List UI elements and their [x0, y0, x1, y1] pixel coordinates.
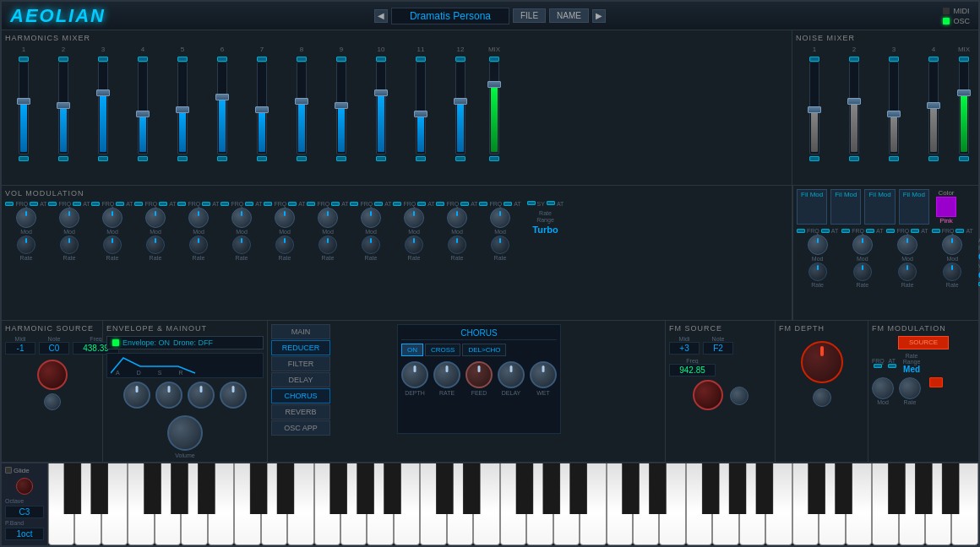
- harm-ch4-handle[interactable]: [136, 111, 150, 117]
- vm-ch7-mod-knob[interactable]: [275, 208, 295, 228]
- white-key[interactable]: [686, 463, 712, 545]
- noise-ch1-handle[interactable]: [808, 106, 821, 113]
- harm-ch3-bot-btn[interactable]: [98, 156, 108, 161]
- chorus-depth-knob[interactable]: [401, 361, 428, 388]
- vm-ch7-frq-btn[interactable]: [264, 202, 272, 206]
- preset-prev-button[interactable]: ◀: [374, 9, 388, 23]
- white-key[interactable]: [128, 463, 154, 545]
- glide-led[interactable]: [5, 467, 12, 474]
- vm-ch12-rate-knob[interactable]: [491, 236, 509, 254]
- vm-ch7-rate-knob[interactable]: [275, 236, 294, 254]
- noise-ch2-fader[interactable]: [849, 62, 859, 154]
- harm-mix-handle[interactable]: [487, 81, 501, 88]
- noise-vm-ch3-at[interactable]: [911, 229, 919, 233]
- white-key[interactable]: [367, 463, 393, 545]
- white-key[interactable]: [819, 463, 845, 545]
- harm-ch12-handle[interactable]: [454, 98, 467, 105]
- noise-vm-ch2-frq[interactable]: [841, 229, 850, 233]
- noise-vm-ch3-frq[interactable]: [886, 229, 895, 233]
- harm-ch3-fader[interactable]: [98, 62, 108, 154]
- harm-ch4-bot-btn[interactable]: [138, 156, 148, 161]
- white-key[interactable]: [155, 463, 181, 545]
- harm-ch4-fader[interactable]: [138, 62, 148, 154]
- white-key[interactable]: [48, 463, 74, 545]
- fx-osc-app-item[interactable]: OSC APP: [271, 420, 330, 436]
- harm-ch5-handle[interactable]: [176, 106, 189, 113]
- white-key[interactable]: [101, 463, 128, 545]
- vm-ch9-rate-knob[interactable]: [362, 236, 380, 254]
- harm-ch11-fader[interactable]: [416, 62, 426, 154]
- noise-mix-bot[interactable]: [959, 156, 969, 161]
- white-key[interactable]: [553, 463, 580, 545]
- harm-ch12-bot-btn[interactable]: [455, 156, 466, 161]
- harm-ch8-fader[interactable]: [297, 62, 307, 154]
- noise-ch2-bot[interactable]: [849, 156, 859, 161]
- color-swatch[interactable]: [936, 197, 956, 217]
- vm-sy-btn[interactable]: [527, 201, 536, 205]
- fm-at-btn[interactable]: [888, 364, 896, 368]
- vm-ch4-at-btn[interactable]: [159, 202, 167, 206]
- fm-frq-btn[interactable]: [874, 364, 882, 368]
- harm-ch9-bot-btn[interactable]: [336, 156, 346, 161]
- white-key[interactable]: [607, 463, 633, 545]
- fm-small-knob[interactable]: [730, 387, 749, 405]
- noise-vm-ch4-frq[interactable]: [932, 229, 940, 233]
- env-s-knob[interactable]: [188, 382, 215, 409]
- harm-ch9-handle[interactable]: [335, 102, 348, 109]
- chorus-delay-knob[interactable]: [498, 361, 525, 388]
- vm-ch12-at-btn[interactable]: [504, 202, 512, 206]
- white-key[interactable]: [846, 463, 872, 545]
- harm-mix-fader[interactable]: [489, 62, 499, 154]
- vm-ch4-mod-knob[interactable]: [145, 208, 166, 228]
- fx-delay-item[interactable]: DELAY: [271, 372, 330, 387]
- noise-ch4-bot[interactable]: [928, 156, 939, 161]
- noise-vm-ch2-at[interactable]: [866, 229, 874, 233]
- noise-vm-ch4-at[interactable]: [956, 229, 964, 233]
- harm-ch6-fader[interactable]: [217, 62, 227, 154]
- fm-mod-knob[interactable]: [872, 377, 894, 399]
- harm-ch8-bot-btn[interactable]: [297, 156, 307, 161]
- harm-mix-bot-btn[interactable]: [489, 156, 499, 161]
- vm-ch2-frq-btn[interactable]: [48, 202, 57, 206]
- vm-ch9-mod-knob[interactable]: [361, 208, 381, 228]
- white-key[interactable]: [234, 463, 260, 545]
- env-volume-knob[interactable]: [167, 415, 203, 451]
- vm-ch5-frq-btn[interactable]: [177, 202, 186, 206]
- env-a-knob[interactable]: [123, 382, 150, 409]
- white-key[interactable]: [340, 463, 367, 545]
- noise-vm-ch1-frq[interactable]: [797, 229, 805, 233]
- harm-ch11-bot-btn[interactable]: [416, 156, 426, 161]
- noise-vm-ch3-rate[interactable]: [898, 263, 917, 281]
- chorus-cross-btn[interactable]: CROSS: [425, 344, 460, 356]
- vm-ch1-at-btn[interactable]: [30, 202, 38, 206]
- vm-ch11-at-btn[interactable]: [460, 202, 469, 206]
- noise-ch3-handle[interactable]: [887, 111, 901, 117]
- white-key[interactable]: [420, 463, 446, 545]
- fil-mod-btn-2[interactable]: Fil Mod: [830, 189, 861, 225]
- harm-ch7-bot-btn[interactable]: [257, 156, 267, 161]
- vm-ch2-at-btn[interactable]: [73, 202, 81, 206]
- vm-ch3-mod-knob[interactable]: [102, 208, 122, 228]
- white-key[interactable]: [712, 463, 738, 545]
- white-key[interactable]: [526, 463, 553, 545]
- harm-ch7-fader[interactable]: [257, 62, 267, 154]
- harm-ch10-bot-btn[interactable]: [376, 156, 386, 161]
- fm-red-btn[interactable]: [929, 377, 943, 387]
- harm-ch1-fader[interactable]: [19, 62, 29, 154]
- white-key[interactable]: [925, 463, 951, 545]
- vm-ch6-at-btn[interactable]: [245, 202, 253, 206]
- noise-mix-handle[interactable]: [957, 89, 971, 96]
- noise-vm-ch1-mod[interactable]: [808, 235, 828, 255]
- noise-vm-ch2-mod[interactable]: [852, 235, 873, 255]
- vm-ch11-rate-knob[interactable]: [448, 236, 466, 254]
- white-key[interactable]: [314, 463, 340, 545]
- vm-ch8-mod-knob[interactable]: [318, 208, 338, 228]
- harm-ch12-fader[interactable]: [455, 62, 466, 154]
- vm-ch2-rate-knob[interactable]: [60, 236, 79, 254]
- noise-mix-fader[interactable]: [959, 62, 969, 154]
- white-key[interactable]: [287, 463, 313, 545]
- hs-main-knob[interactable]: [37, 360, 68, 390]
- noise-ch2-handle[interactable]: [847, 98, 861, 105]
- noise-vm-ch1-rate[interactable]: [808, 263, 827, 281]
- harm-ch8-handle[interactable]: [295, 98, 308, 105]
